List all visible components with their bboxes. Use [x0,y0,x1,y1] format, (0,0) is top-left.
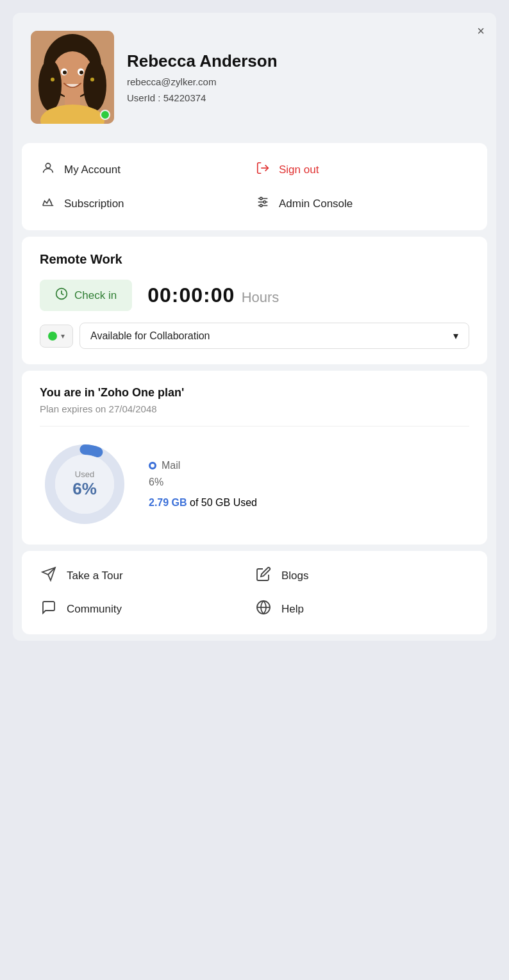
online-indicator [100,110,110,120]
svg-point-13 [46,164,50,168]
subscription-item[interactable]: Subscription [40,192,254,215]
status-dot-button[interactable]: ▾ [40,325,73,348]
blogs-item[interactable]: Blogs [254,566,469,586]
status-green-dot [48,332,57,341]
blogs-icon [254,566,272,586]
menu-card: My Account Sign out [22,143,487,230]
storage-area: Used 6% Mail 6% 2.79 GB of 50 GB Used [40,439,469,529]
sign-out-icon [254,161,271,178]
subscription-label: Subscription [64,198,124,210]
remote-work-title: Remote Work [40,252,469,267]
footer-card: Take a Tour Blogs Community [22,551,487,634]
timer-unit: Hours [242,289,280,305]
plan-divider [40,426,469,427]
timer-display: 00:00:00 Hours [147,283,279,307]
donut-pct: 6% [72,479,97,499]
svg-point-11 [51,78,54,81]
svg-point-10 [79,71,83,74]
svg-point-19 [263,201,266,203]
help-label: Help [281,603,304,616]
remote-work-card: Remote Work Check in 00:00:00 Hours ▾ [22,237,487,364]
legend-mail-label: Mail [162,460,180,471]
legend-pct-row: 6% [149,477,257,488]
plan-card: You are in 'Zoho One plan' Plan expires … [22,371,487,545]
storage-total-label: of 50 GB Used [190,497,257,508]
status-dropdown[interactable]: Available for Collaboration ▾ [79,323,469,349]
blogs-label: Blogs [281,570,309,582]
profile-name: Rebecca Anderson [127,51,278,71]
avatar-wrapper [31,31,114,124]
avatar [31,31,114,124]
profile-section: Rebecca Anderson rebecca@zylker.com User… [13,13,496,137]
plan-title: You are in 'Zoho One plan' [40,386,469,400]
community-icon [40,600,58,619]
sign-out-item[interactable]: Sign out [254,158,469,181]
storage-legend: Mail 6% 2.79 GB of 50 GB Used [149,460,257,509]
donut-center: Used 6% [72,469,97,499]
storage-used: 2.79 GB of 50 GB Used [149,497,257,509]
svg-point-4 [83,60,106,111]
main-panel: × [13,13,496,641]
plan-expiry: Plan expires on 27/04/2048 [40,403,469,414]
close-button[interactable]: × [477,24,485,37]
checkin-row: Check in 00:00:00 Hours [40,280,469,311]
storage-amount: 2.79 GB [149,497,187,508]
sliders-icon [254,195,271,212]
help-item[interactable]: Help [254,600,469,619]
legend-dot-mail [149,462,156,469]
admin-console-label: Admin Console [279,198,353,210]
sign-out-label: Sign out [279,164,319,176]
svg-point-9 [63,71,67,74]
checkin-button[interactable]: Check in [40,280,132,311]
svg-point-20 [260,205,262,207]
legend-pct-value: 6% [149,477,163,488]
donut-used-label: Used [72,469,97,479]
person-icon [40,161,56,178]
profile-userid: UserId : 54220374 [127,92,278,103]
svg-point-3 [38,60,62,111]
tour-icon [40,566,58,586]
clock-icon [55,287,68,303]
dropdown-chevron-icon: ▾ [453,330,458,342]
timer-value: 00:00:00 [147,283,235,307]
take-a-tour-item[interactable]: Take a Tour [40,566,254,586]
profile-email: rebecca@zylker.com [127,76,278,87]
chevron-down-icon: ▾ [61,332,65,341]
storage-donut-chart: Used 6% [40,439,129,529]
community-label: Community [67,603,122,616]
profile-info: Rebecca Anderson rebecca@zylker.com User… [127,51,278,103]
take-a-tour-label: Take a Tour [67,570,123,582]
menu-grid: My Account Sign out [40,158,469,215]
checkin-label: Check in [74,289,117,302]
help-icon [254,600,272,619]
admin-console-item[interactable]: Admin Console [254,192,469,215]
status-row: ▾ Available for Collaboration ▾ [40,323,469,349]
status-label: Available for Collaboration [90,330,210,342]
my-account-item[interactable]: My Account [40,158,254,181]
legend-mail-row: Mail [149,460,257,471]
my-account-label: My Account [64,164,121,176]
svg-point-18 [260,198,262,200]
svg-point-12 [90,78,94,81]
crown-icon [40,195,56,212]
community-item[interactable]: Community [40,600,254,619]
